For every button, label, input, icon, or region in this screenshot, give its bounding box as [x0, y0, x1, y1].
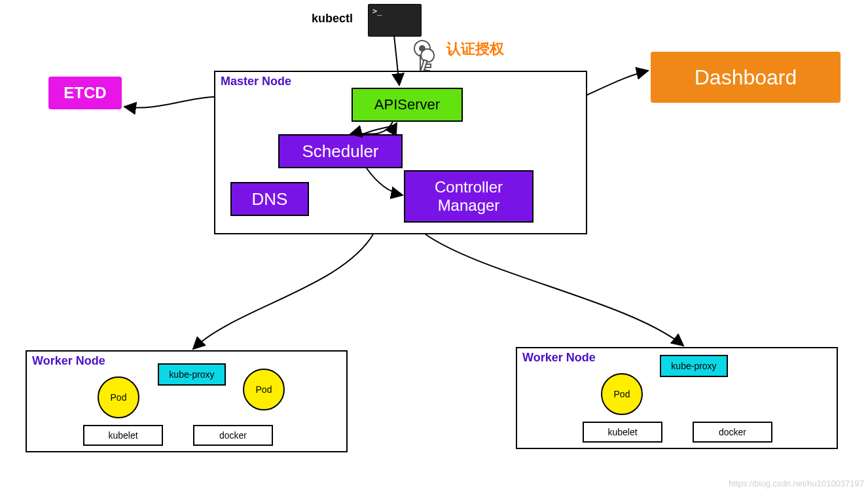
terminal-icon	[368, 4, 422, 37]
worker-node-1-container: Worker Node kube-proxy Pod Pod kubelet d…	[26, 350, 348, 452]
apiserver-box: APIServer	[352, 88, 463, 122]
controller-manager-label: Controller Manager	[405, 178, 532, 214]
dns-box: DNS	[230, 182, 309, 216]
kube-proxy-box: kube-proxy	[158, 363, 226, 386]
controller-manager-box: Controller Manager	[404, 170, 533, 223]
pod-circle: Pod	[243, 369, 285, 410]
dashboard-box: Dashboard	[651, 52, 841, 103]
scheduler-box: Scheduler	[278, 134, 403, 168]
kube-proxy-box: kube-proxy	[660, 355, 728, 377]
worker-node-2-container: Worker Node kube-proxy Pod kubelet docke…	[516, 347, 838, 449]
docker-box: docker	[693, 422, 772, 443]
kubectl-label: kubectl	[312, 12, 353, 26]
etcd-box: ETCD	[48, 77, 122, 109]
watermark-text: https://blog.csdn.net/hu1010037197	[729, 479, 864, 488]
master-node-title: Master Node	[221, 75, 291, 88]
pod-circle: Pod	[601, 373, 643, 415]
worker-node-2-title: Worker Node	[522, 351, 596, 365]
pod-circle: Pod	[98, 376, 139, 418]
docker-box: docker	[193, 425, 273, 446]
worker-node-1-title: Worker Node	[32, 354, 105, 368]
kubelet-box: kubelet	[83, 425, 163, 446]
kubelet-box: kubelet	[583, 422, 662, 443]
auth-label: 认证授权	[446, 39, 504, 59]
